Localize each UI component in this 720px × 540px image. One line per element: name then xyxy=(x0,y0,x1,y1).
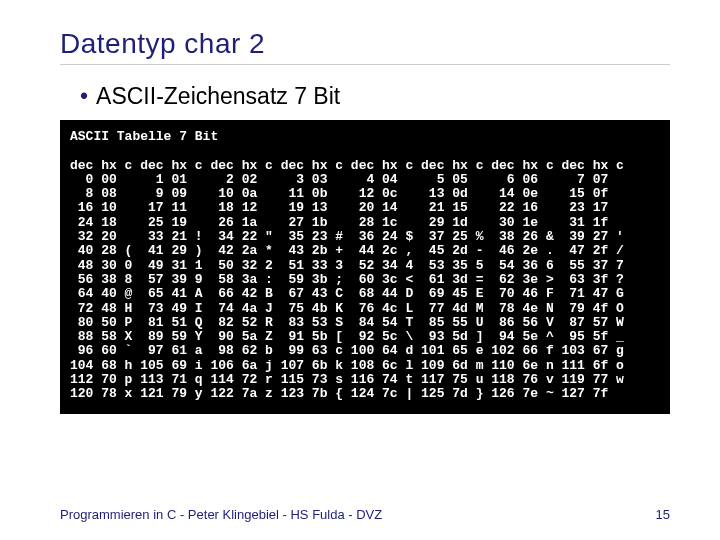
footer-right: 15 xyxy=(656,507,670,522)
ascii-terminal: ASCII Tabelle 7 Bit dec hx c dec hx c de… xyxy=(60,120,670,414)
bullet-item: •ASCII-Zeichensatz 7 Bit xyxy=(80,83,670,110)
slide: Datentyp char 2 •ASCII-Zeichensatz 7 Bit… xyxy=(0,0,720,540)
bullet-dot-icon: • xyxy=(80,83,88,109)
footer: Programmieren in C - Peter Klingebiel - … xyxy=(60,507,670,522)
page-title: Datentyp char 2 xyxy=(60,28,670,65)
footer-left: Programmieren in C - Peter Klingebiel - … xyxy=(60,507,382,522)
bullet-text: ASCII-Zeichensatz 7 Bit xyxy=(96,83,340,109)
